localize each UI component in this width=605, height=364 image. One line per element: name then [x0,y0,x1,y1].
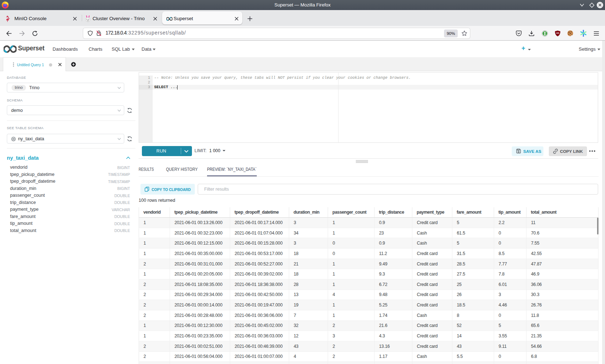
svg-text:UO: UO [556,32,559,34]
